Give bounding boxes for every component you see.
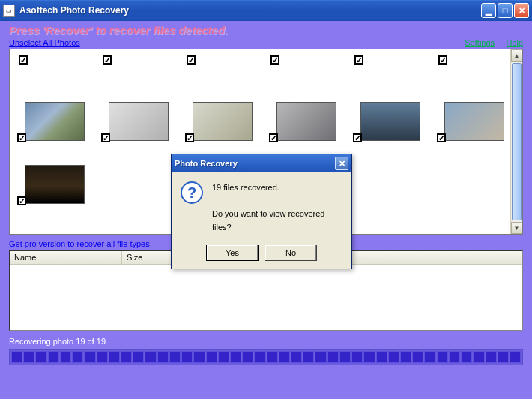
progress-segment [473,351,484,363]
titlebar: ▭ Asoftech Photo Recovery ▁ □ ✕ [0,0,532,21]
maximize-button[interactable]: □ [498,3,513,18]
close-button[interactable]: ✕ [514,3,529,18]
unselect-all-link[interactable]: Unselect All Photos [9,38,80,47]
photo-checkbox[interactable] [270,56,279,64]
progress-segment [327,351,339,363]
progress-segment [510,351,521,363]
settings-link[interactable]: Settings [465,38,495,47]
progress-segment [424,351,435,363]
progress-segment [279,351,290,363]
progress-segment [72,351,83,363]
progress-segment [498,351,509,363]
scroll-up-button[interactable]: ▲ [511,50,522,62]
col-blank [347,250,522,264]
dialog-close-button[interactable]: ✕ [335,157,348,170]
photo-thumb[interactable] [360,102,420,141]
photo-thumb[interactable] [444,102,504,141]
photo-checkbox[interactable] [269,134,278,142]
photo-checkbox[interactable] [17,196,26,206]
progress-segment [376,351,387,363]
dialog-titlebar: Photo Recovery ✕ [172,154,351,172]
dialog-message: 19 files recovered. Do you want to view … [212,182,342,234]
progress-segment [339,351,351,363]
progress-segment [461,351,472,363]
gallery-scrollbar[interactable]: ▲ ▼ [510,50,522,234]
progress-segment [218,351,229,363]
progress-segment [400,351,411,363]
progress-segment [145,351,156,363]
progress-segment [388,351,399,363]
progress-segment [181,351,193,363]
scroll-thumb[interactable] [512,63,522,220]
col-name[interactable]: Name [10,250,122,264]
photo-checkbox[interactable] [437,134,446,142]
question-icon: ? [181,182,203,204]
photo-checkbox[interactable] [17,134,26,142]
app-icon: ▭ [3,4,15,16]
yes-button[interactable]: Yes [206,244,259,261]
photo-thumb[interactable] [276,102,336,141]
progress-segment [35,351,46,363]
progress-segment [121,351,132,363]
photo-checkbox[interactable] [187,56,196,64]
photo-checkbox[interactable] [101,134,110,142]
progress-segment [109,351,120,363]
photo-checkbox[interactable] [19,56,28,64]
dialog-line2: Do you want to view recovered files? [212,208,342,234]
photo-checkbox[interactable] [353,134,362,142]
progress-segment [193,351,205,363]
progress-segment [449,351,460,363]
recovery-dialog: Photo Recovery ✕ ? 19 files recovered. D… [171,154,352,269]
progress-segment [486,351,497,363]
dialog-title: Photo Recovery [175,159,335,168]
progress-segment [230,351,241,363]
progress-segment [84,351,95,363]
progress-segment [23,351,34,363]
progress-segment [60,351,71,363]
progress-bar [9,349,523,365]
progress-segment [437,351,448,363]
photo-thumb[interactable] [109,102,169,141]
window-title: Asoftech Photo Recovery [19,5,481,16]
scroll-down-button[interactable]: ▼ [511,222,522,234]
dialog-line1: 19 files recovered. [212,182,342,195]
photo-checkbox[interactable] [354,56,363,64]
progress-segment [157,351,169,363]
progress-segment [169,351,181,363]
photo-thumb[interactable] [25,102,85,141]
no-button[interactable]: No [265,244,317,261]
help-link[interactable]: Help [506,38,523,47]
progress-segment [412,351,423,363]
minimize-button[interactable]: ▁ [481,3,496,18]
progress-segment [206,351,217,363]
photo-thumb[interactable] [25,165,85,204]
progress-segment [267,351,278,363]
progress-segment [11,351,22,363]
instruction-text: Press 'Recover' to recover files detecte… [9,24,523,37]
photo-thumb[interactable] [193,102,253,141]
progress-segment [315,351,326,363]
status-text: Recovering photo 19 of 19 [9,337,523,346]
photo-checkbox[interactable] [103,56,112,64]
progress-segment [351,351,363,363]
progress-segment [363,351,375,363]
progress-segment [97,351,108,363]
photo-checkbox[interactable] [185,134,194,142]
progress-segment [48,351,59,363]
progress-segment [291,351,302,363]
progress-segment [242,351,253,363]
progress-segment [254,351,265,363]
progress-segment [303,351,314,363]
pro-version-link[interactable]: Get pro version to recover all file type… [9,239,150,248]
photo-checkbox[interactable] [438,56,447,64]
progress-segment [133,351,144,363]
